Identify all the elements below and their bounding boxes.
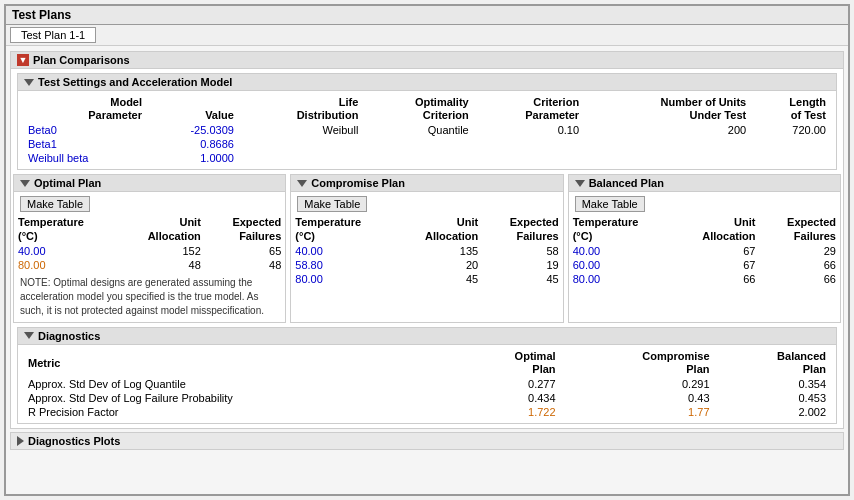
compromise-plan-header: Compromise Plan xyxy=(291,175,562,192)
ts-criterion-param: 0.10 xyxy=(473,123,583,137)
diagnostics-content: Metric OptimalPlan CompromisePlan Balanc… xyxy=(18,345,836,423)
opt-failures: 65 xyxy=(205,244,286,258)
compromise-plan-section: Compromise Plan Make Table Temperature(°… xyxy=(290,174,563,322)
ts-units: 200 xyxy=(583,123,750,137)
tab-test-plan-1-1[interactable]: Test Plan 1-1 xyxy=(10,27,96,43)
compromise-plan-table: Temperature(°C) UnitAllocation ExpectedF… xyxy=(291,215,562,285)
ts-distribution xyxy=(238,137,362,151)
test-settings-header: Test Settings and Acceleration Model xyxy=(18,74,836,91)
opt-temp: 40.00 xyxy=(14,244,118,258)
optimal-plan-table: Temperature(°C) UnitAllocation ExpectedF… xyxy=(14,215,285,271)
panel-title: Test Plans xyxy=(6,6,848,25)
test-settings-row: Weibull beta 1.0000 xyxy=(24,151,830,165)
triangle-diagnostics xyxy=(24,332,34,339)
make-table-optimal-btn[interactable]: Make Table xyxy=(20,196,90,212)
optimal-plan-label: Optimal Plan xyxy=(34,177,101,189)
col-optimality-criterion: OptimalityCriterion xyxy=(362,95,472,123)
opt-allocation: 152 xyxy=(118,244,204,258)
col-number-of-units: Number of UnitsUnder Test xyxy=(583,95,750,123)
optimal-plan-note: NOTE: Optimal designs are generated assu… xyxy=(14,272,285,322)
diagnostics-label: Diagnostics xyxy=(38,330,100,342)
ts-distribution: Weibull xyxy=(238,123,362,137)
compromise-col-unit: UnitAllocation xyxy=(396,215,482,243)
comp-allocation: 135 xyxy=(396,244,482,258)
ts-length xyxy=(750,151,830,165)
triangle-compromise-plan xyxy=(297,180,307,187)
bal-temp: 80.00 xyxy=(569,272,673,286)
test-settings-table: ModelParameter Value LifeDistribution Op… xyxy=(24,95,830,165)
compromise-plan-row: 40.00 135 58 xyxy=(291,244,562,258)
col-value: Value xyxy=(146,95,238,123)
diag-col-balanced: BalancedPlan xyxy=(714,349,830,377)
compromise-plan-row: 58.80 20 19 xyxy=(291,258,562,272)
balanced-col-failures: ExpectedFailures xyxy=(759,215,840,243)
comp-allocation: 45 xyxy=(396,272,482,286)
compromise-plan-label: Compromise Plan xyxy=(311,177,405,189)
bal-failures: 66 xyxy=(759,258,840,272)
balanced-plan-row: 60.00 67 66 xyxy=(569,258,840,272)
ts-units xyxy=(583,137,750,151)
optimal-col-unit: UnitAllocation xyxy=(118,215,204,243)
diag-compromise: 0.291 xyxy=(560,377,714,391)
diagnostics-plots-label: Diagnostics Plots xyxy=(28,435,120,447)
test-settings-content: ModelParameter Value LifeDistribution Op… xyxy=(18,91,836,169)
ts-criterion: Quantile xyxy=(362,123,472,137)
col-criterion-parameter: CriterionParameter xyxy=(473,95,583,123)
diag-compromise: 0.43 xyxy=(560,391,714,405)
ts-param: Beta0 xyxy=(24,123,146,137)
main-panel: Test Plans Test Plan 1-1 ▼ Plan Comparis… xyxy=(4,4,850,496)
diagnostics-row: Approx. Std Dev of Log Failure Probabili… xyxy=(24,391,830,405)
bal-allocation: 67 xyxy=(673,258,759,272)
optimal-plan-header: Optimal Plan xyxy=(14,175,285,192)
bal-allocation: 66 xyxy=(673,272,759,286)
ts-value: 0.8686 xyxy=(146,137,238,151)
plan-comparisons-label: Plan Comparisons xyxy=(33,54,130,66)
ts-length xyxy=(750,137,830,151)
make-table-balanced-btn[interactable]: Make Table xyxy=(575,196,645,212)
plans-row: Optimal Plan Make Table Temperature(°C) … xyxy=(13,174,841,322)
make-table-compromise-btn[interactable]: Make Table xyxy=(297,196,367,212)
opt-failures: 48 xyxy=(205,258,286,272)
ts-param: Beta1 xyxy=(24,137,146,151)
balanced-plan-row: 80.00 66 66 xyxy=(569,272,840,286)
diag-col-compromise: CompromisePlan xyxy=(560,349,714,377)
plan-comparisons-section: ▼ Plan Comparisons Test Settings and Acc… xyxy=(10,51,844,429)
comp-temp: 40.00 xyxy=(291,244,395,258)
ts-value: -25.0309 xyxy=(146,123,238,137)
compromise-plan-row: 80.00 45 45 xyxy=(291,272,562,286)
bal-failures: 29 xyxy=(759,244,840,258)
bal-temp: 60.00 xyxy=(569,258,673,272)
collapse-icon-plan-comparisons[interactable]: ▼ xyxy=(17,54,29,66)
ts-value: 1.0000 xyxy=(146,151,238,165)
ts-criterion-param xyxy=(473,151,583,165)
compromise-col-temp: Temperature(°C) xyxy=(291,215,395,243)
diag-optimal: 0.277 xyxy=(459,377,559,391)
balanced-col-temp: Temperature(°C) xyxy=(569,215,673,243)
test-settings-section: Test Settings and Acceleration Model Mod… xyxy=(17,73,837,170)
optimal-plan-row: 40.00 152 65 xyxy=(14,244,285,258)
diag-balanced: 0.354 xyxy=(714,377,830,391)
diagnostics-row: R Precision Factor 1.722 1.77 2.002 xyxy=(24,405,830,419)
optimal-plan-row: 80.00 48 48 xyxy=(14,258,285,272)
triangle-test-settings xyxy=(24,79,34,86)
balanced-plan-section: Balanced Plan Make Table Temperature(°C)… xyxy=(568,174,841,322)
ts-units xyxy=(583,151,750,165)
panel-title-text: Test Plans xyxy=(12,8,71,22)
diagnostics-row: Approx. Std Dev of Log Quantile 0.277 0.… xyxy=(24,377,830,391)
test-settings-label: Test Settings and Acceleration Model xyxy=(38,76,232,88)
plan-comparisons-header: ▼ Plan Comparisons xyxy=(11,52,843,69)
col-length-of-test: Lengthof Test xyxy=(750,95,830,123)
compromise-col-failures: ExpectedFailures xyxy=(482,215,563,243)
balanced-plan-label: Balanced Plan xyxy=(589,177,664,189)
ts-criterion-param xyxy=(473,137,583,151)
ts-length: 720.00 xyxy=(750,123,830,137)
balanced-plan-header: Balanced Plan xyxy=(569,175,840,192)
optimal-col-temp: Temperature(°C) xyxy=(14,215,118,243)
balanced-col-unit: UnitAllocation xyxy=(673,215,759,243)
diag-balanced: 0.453 xyxy=(714,391,830,405)
test-settings-row: Beta1 0.8686 xyxy=(24,137,830,151)
diag-optimal: 1.722 xyxy=(459,405,559,419)
diagnostics-header: Diagnostics xyxy=(18,328,836,345)
col-model-parameter: ModelParameter xyxy=(24,95,146,123)
col-life-distribution: LifeDistribution xyxy=(238,95,362,123)
